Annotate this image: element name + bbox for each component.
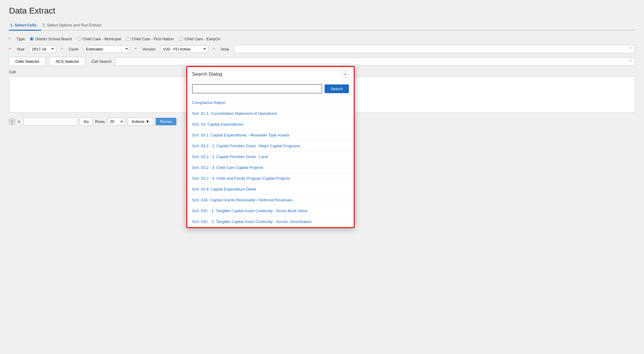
radio-earlyon[interactable]: Child Care - EarlyOn	[179, 37, 221, 41]
type-label: Type	[17, 37, 25, 41]
dialog-list-item[interactable]: Compliance Report	[187, 97, 354, 108]
tabs-bar: 1. Select Cells 2. Select Options and Ru…	[9, 20, 635, 31]
search-dialog: Search Dialog × Search Compliance Report…	[186, 66, 355, 228]
dialog-title: Search Dialog	[192, 72, 222, 77]
area-label: Area	[221, 47, 229, 51]
cycle-label: Cycle	[69, 47, 78, 51]
actions-button[interactable]: Actions ▼	[128, 117, 154, 126]
dialog-close-button[interactable]: ×	[342, 71, 349, 78]
go-button[interactable]: Go	[80, 117, 93, 126]
dialog-list-item[interactable]: Sch. 01.1: Consolidated Statement of Ope…	[187, 108, 354, 119]
dialog-search-row: Search	[187, 81, 354, 97]
cycle-select[interactable]: Estimates Revised Estimates Financial St…	[83, 45, 130, 53]
cycle-required-star: *	[61, 47, 63, 51]
selectors-row: Cells Selector ACS Selector Cell Search …	[9, 57, 635, 66]
dialog-search-input[interactable]	[192, 84, 322, 93]
acs-selector-button[interactable]: ACS Selector	[49, 57, 85, 66]
search-input[interactable]	[23, 117, 77, 126]
page-container: Data Extract 1. Select Cells 2. Select O…	[0, 0, 644, 354]
dialog-list: Compliance ReportSch. 01.1: Consolidated…	[187, 97, 354, 227]
rows-select[interactable]: 20 10 50 100	[107, 118, 125, 125]
year-cycle-row: * Year 2017-18 2016-17 2015-16 * Cycle E…	[9, 45, 635, 53]
year-select[interactable]: 2017-18 2016-17 2015-16	[29, 45, 56, 53]
radio-municipal[interactable]: Child Care - Municipal	[77, 37, 121, 41]
area-chevron-up-icon[interactable]: ⌃	[629, 47, 632, 51]
form-section: * Type District School Board Child Care …	[9, 37, 635, 53]
dialog-search-button[interactable]: Search	[325, 84, 349, 93]
dialog-list-item[interactable]: Sch. 03C - 1: Tangible Capital Asset Con…	[187, 206, 354, 216]
rows-label: Rows	[95, 119, 105, 124]
year-required-star: *	[9, 47, 11, 51]
page-title: Data Extract	[9, 6, 635, 16]
radio-district[interactable]: District School Board	[30, 37, 72, 41]
dialog-list-item[interactable]: Sch. 03.4: Capital Expenditure Detail	[187, 184, 354, 195]
tab-select-options[interactable]: 2. Select Options and Run Extract	[41, 20, 106, 31]
dialog-list-item[interactable]: Sch. 03.2 - 3: Child Care Capital Projec…	[187, 162, 354, 173]
search-dialog-overlay: Search Dialog × Search Compliance Report…	[186, 66, 355, 228]
tab-select-cells[interactable]: 1. Select Cells	[9, 20, 41, 31]
cell-search-label: Cell Search	[91, 59, 111, 64]
dialog-list-item[interactable]: Sch. 03A: Capital Grants Receivable / De…	[187, 195, 354, 206]
radio-municipal-input[interactable]	[77, 37, 81, 41]
dialog-list-item[interactable]: Sch. 03C - 2: Tangible Capital Asset Con…	[187, 216, 354, 227]
year-label: Year	[17, 47, 24, 51]
dialog-list-item[interactable]: Sch. 03.2 - 1: Capital Priorities Grant …	[187, 141, 354, 151]
type-row: * Type District School Board Child Care …	[9, 37, 635, 41]
radio-first-nation[interactable]: Child Care - First Nation	[127, 37, 174, 41]
area-required-star: *	[213, 47, 215, 51]
dialog-list-item[interactable]: Sch. 03: Capital Expenditures	[187, 119, 354, 130]
remove-button[interactable]: Remov	[156, 118, 176, 125]
search-dropdown-icon[interactable]: ▼	[17, 120, 21, 124]
radio-first-nation-input[interactable]	[127, 37, 130, 41]
search-q-icon[interactable]: Q	[9, 119, 15, 125]
type-required-star: *	[9, 37, 11, 41]
radio-district-input[interactable]	[30, 37, 34, 41]
actions-chevron-icon: ▼	[145, 119, 149, 124]
dialog-list-item[interactable]: Sch. 03.2 - 2: Capital Priorities Grant …	[187, 151, 354, 162]
radio-earlyon-input[interactable]	[179, 37, 183, 41]
version-label: Version	[142, 47, 155, 51]
dialog-header: Search Dialog ×	[187, 67, 354, 81]
type-radio-group: District School Board Child Care - Munic…	[30, 37, 221, 41]
dialog-list-item[interactable]: Sch. 03.1: Capital Expenditures - Moveab…	[187, 130, 354, 141]
cells-selector-button[interactable]: Cells Selector	[9, 57, 46, 66]
version-required-star: *	[135, 47, 136, 51]
version-select[interactable]: V20 - FO Active V19 V18	[160, 45, 208, 53]
cell-search-chevron-icon[interactable]: ⌃	[629, 59, 632, 64]
dialog-list-item[interactable]: Sch. 03.2 - 4: Child and Family Program …	[187, 173, 354, 184]
